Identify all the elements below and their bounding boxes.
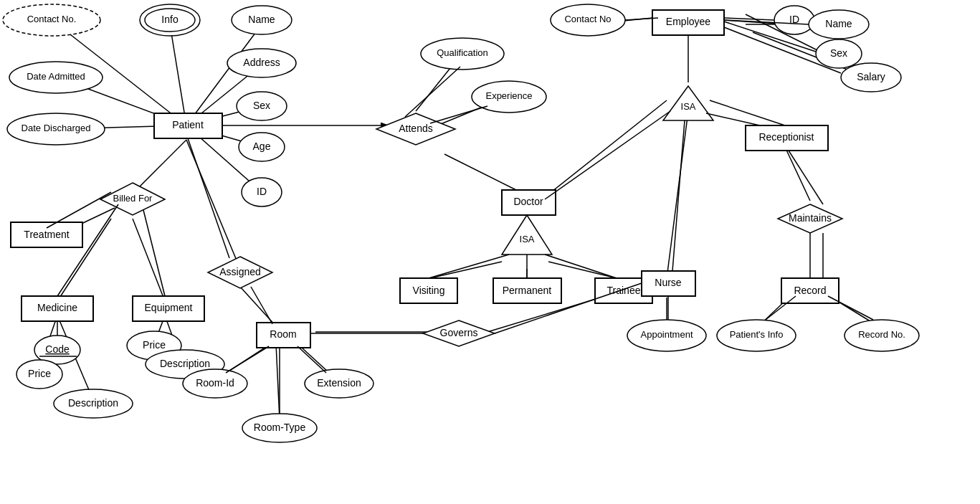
svg-line-34 — [545, 100, 667, 197]
label-receptionist: Receptionist — [758, 131, 814, 143]
svg-line-32 — [548, 262, 617, 278]
label-trainee: Trainee — [607, 285, 641, 296]
er-diagram: Patient Treatment Medicine Equipment Roo… — [0, 0, 980, 504]
label-billed-for: Billed For — [113, 193, 153, 204]
label-contact-no-patient: Contact No. — [27, 14, 77, 24]
label-info: Info — [161, 14, 179, 25]
label-attends: Attends — [399, 123, 432, 134]
label-room-id: Room-Id — [196, 377, 234, 389]
label-experience: Experience — [485, 90, 532, 101]
svg-line-51 — [226, 346, 269, 373]
svg-line-10 — [133, 140, 186, 194]
label-medicine: Medicine — [37, 302, 77, 313]
svg-line-19 — [186, 140, 240, 269]
label-patients-info: Patient's Info — [730, 329, 784, 340]
label-record: Record — [794, 285, 826, 296]
svg-line-0 — [170, 24, 186, 125]
label-date-discharged: Date Discharged — [22, 123, 91, 133]
svg-line-42 — [785, 147, 810, 201]
label-name-patient: Name — [248, 14, 275, 25]
label-doctor: Doctor — [513, 196, 543, 207]
svg-line-30 — [430, 262, 502, 278]
label-id-patient: ID — [257, 186, 267, 197]
svg-line-64 — [429, 255, 509, 278]
label-age: Age — [253, 141, 271, 152]
label-room-type: Room-Type — [254, 422, 306, 433]
svg-line-62 — [545, 111, 670, 199]
svg-line-52 — [298, 346, 326, 373]
svg-line-36 — [710, 100, 785, 125]
label-extension: Extension — [317, 377, 361, 389]
svg-line-58 — [789, 151, 823, 204]
label-description-medicine: Description — [68, 397, 118, 409]
svg-line-61 — [672, 120, 685, 271]
label-sex-patient: Sex — [253, 100, 270, 111]
label-nurse: Nurse — [655, 277, 682, 288]
svg-line-57 — [828, 296, 873, 320]
label-permanent: Permanent — [503, 285, 552, 296]
label-governs: Governs — [440, 327, 478, 338]
label-address: Address — [243, 57, 280, 68]
svg-line-53 — [188, 138, 229, 258]
label-contact-no-employee: Contact No — [564, 14, 611, 24]
label-code: Code — [45, 343, 70, 355]
label-maintains: Maintains — [789, 212, 832, 224]
label-room: Room — [270, 328, 296, 340]
label-visiting: Visiting — [413, 285, 445, 296]
label-date-admitted: Date Admitted — [27, 71, 85, 82]
svg-line-67 — [405, 67, 460, 117]
svg-line-70 — [724, 18, 774, 20]
svg-line-68 — [430, 106, 487, 123]
label-isa-doctor: ISA — [520, 234, 535, 244]
label-description-equipment: Description — [160, 358, 210, 369]
svg-line-54 — [251, 287, 272, 324]
label-isa-employee: ISA — [681, 101, 696, 112]
label-salary: Salary — [857, 71, 885, 82]
label-equipment: Equipment — [145, 302, 193, 313]
label-employee: Employee — [666, 16, 710, 27]
label-sex-employee: Sex — [830, 47, 847, 59]
label-price-medicine: Price — [28, 368, 51, 379]
svg-line-66 — [545, 255, 617, 278]
svg-line-60 — [706, 113, 760, 125]
svg-line-75 — [57, 204, 118, 296]
label-price-equipment: Price — [143, 339, 166, 351]
label-assigned: Assigned — [219, 266, 261, 277]
svg-line-35 — [667, 111, 688, 278]
label-record-no: Record No. — [858, 329, 905, 340]
label-treatment: Treatment — [24, 229, 69, 240]
svg-line-26 — [444, 154, 516, 190]
label-name-employee: Name — [825, 18, 852, 29]
label-appointment: Appointment — [641, 329, 693, 340]
label-patient: Patient — [172, 119, 204, 130]
label-qualification: Qualification — [437, 47, 488, 58]
